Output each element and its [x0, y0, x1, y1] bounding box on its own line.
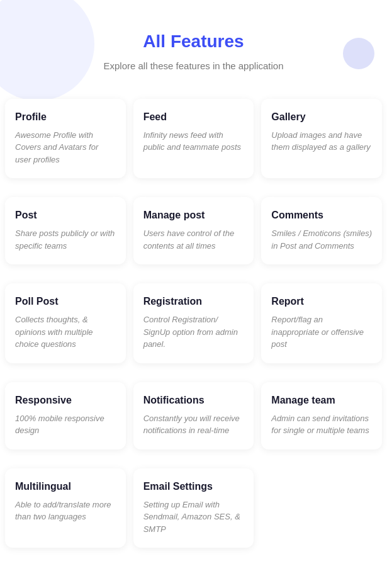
feature-desc-notifications: Constantly you will receive notification…: [143, 412, 244, 437]
feature-desc-profile: Awesome Profile with Covers and Avatars …: [15, 129, 116, 166]
feature-card-responsive: Responsive100% mobile responsive design: [5, 382, 126, 449]
feature-title-gallery: Gallery: [271, 111, 372, 123]
feature-card-email-settings: Email SettingsSetting up Email with Send…: [133, 468, 254, 548]
feature-title-registration: Registration: [143, 296, 244, 307]
feature-desc-feed: Infinity news feed with public and teamm…: [143, 129, 244, 154]
feature-title-comments: Comments: [271, 210, 372, 221]
feature-desc-poll-post: Collects thoughts, & opinions with multi…: [15, 314, 116, 351]
features-row-1: PostShare posts publicly or with specifi…: [0, 191, 387, 277]
feature-title-poll-post: Poll Post: [15, 296, 116, 307]
page-title: All Features: [13, 31, 374, 52]
feature-title-manage-team: Manage team: [271, 395, 372, 406]
feature-desc-multilingual: Able to add/translate more than two lang…: [15, 499, 116, 523]
features-container: ProfileAwesome Profile with Covers and A…: [0, 93, 387, 561]
feature-desc-gallery: Upload images and have them displayed as…: [271, 129, 372, 154]
feature-desc-email-settings: Setting up Email with Sendmail, Amazon S…: [143, 499, 244, 536]
feature-card-registration: RegistrationControl Registration/ SignUp…: [133, 283, 254, 363]
feature-desc-post: Share posts publicly or with specific te…: [15, 227, 116, 252]
feature-card-post: PostShare posts publicly or with specifi…: [5, 197, 126, 264]
feature-card-manage-team: Manage teamAdmin can send invitations fo…: [261, 382, 382, 449]
feature-card-multilingual: MultilingualAble to add/translate more t…: [5, 468, 126, 548]
feature-desc-manage-post: Users have control of the contents at al…: [143, 227, 244, 252]
feature-desc-registration: Control Registration/ SignUp option from…: [143, 314, 244, 351]
features-row-4: MultilingualAble to add/translate more t…: [0, 462, 387, 561]
page-subtitle: Explore all these features in the applic…: [13, 59, 374, 74]
feature-title-post: Post: [15, 210, 116, 221]
feature-title-profile: Profile: [15, 111, 116, 123]
page-header: All Features Explore all these features …: [0, 0, 387, 93]
feature-desc-responsive: 100% mobile responsive design: [15, 412, 116, 437]
feature-card-comments: CommentsSmiles / Emoticons (smiles) in P…: [261, 197, 382, 264]
feature-desc-report: Report/flag an inappropriate or offensiv…: [271, 314, 372, 351]
feature-card-gallery: GalleryUpload images and have them displ…: [261, 99, 382, 179]
feature-title-notifications: Notifications: [143, 395, 244, 406]
feature-title-feed: Feed: [143, 111, 244, 123]
feature-title-report: Report: [271, 296, 372, 307]
feature-card-report: ReportReport/flag an inappropriate or of…: [261, 283, 382, 363]
feature-card-manage-post: Manage postUsers have control of the con…: [133, 197, 254, 264]
feature-desc-manage-team: Admin can send invitations for single or…: [271, 412, 372, 437]
features-row-3: Responsive100% mobile responsive designN…: [0, 376, 387, 462]
feature-desc-comments: Smiles / Emoticons (smiles) in Post and …: [271, 227, 372, 252]
feature-card-profile: ProfileAwesome Profile with Covers and A…: [5, 99, 126, 179]
feature-card-poll-post: Poll PostCollects thoughts, & opinions w…: [5, 283, 126, 363]
features-row-0: ProfileAwesome Profile with Covers and A…: [0, 93, 387, 191]
feature-title-responsive: Responsive: [15, 395, 116, 406]
feature-title-manage-post: Manage post: [143, 210, 244, 221]
feature-card-feed: FeedInfinity news feed with public and t…: [133, 99, 254, 179]
feature-title-email-settings: Email Settings: [143, 481, 244, 492]
feature-title-multilingual: Multilingual: [15, 481, 116, 492]
features-row-2: Poll PostCollects thoughts, & opinions w…: [0, 277, 387, 376]
feature-card-notifications: NotificationsConstantly you will receive…: [133, 382, 254, 449]
